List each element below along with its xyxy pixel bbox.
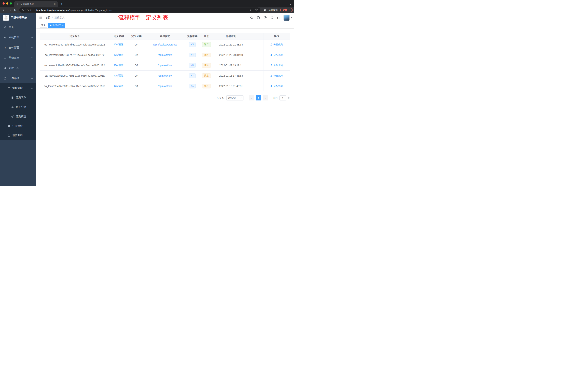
sidebar-item-workflow[interactable]: 工作流程 (0, 73, 36, 83)
chevron-up-icon (31, 77, 33, 79)
update-label: 更新 (283, 8, 287, 12)
cell-form: /bpm/oa/flow (145, 81, 185, 91)
tag-close-icon[interactable]: × (62, 24, 64, 26)
caret-down-icon: ▾ (291, 17, 292, 19)
sidebar-item-infra[interactable]: 基础设施 (0, 53, 36, 63)
breadcrumb-home[interactable]: 首页 (45, 16, 50, 19)
name-link[interactable]: OA 请假 (114, 64, 123, 67)
sidebar-item-payment[interactable]: ¥支付管理 (0, 43, 36, 53)
sidebar-item-process-form[interactable]: 流程表单 (0, 93, 36, 102)
task-icon (7, 125, 10, 127)
form-link[interactable]: /bpm/oa/flow (158, 74, 172, 77)
sidebar-logo-row[interactable]: 芋道管理系统 (0, 13, 36, 22)
next-page-button[interactable]: › (263, 95, 268, 100)
reload-button[interactable]: ↻ (12, 8, 18, 12)
cell-name: OA 请假 (110, 60, 128, 71)
prev-page-button[interactable]: ‹ (249, 95, 254, 100)
sidebar-item-process-manage[interactable]: 流程管理 (0, 83, 36, 93)
cell-filler (249, 40, 263, 50)
assign-rule-link[interactable]: 分配规则 (270, 64, 283, 67)
workflow-icon (4, 77, 7, 80)
assign-rule-link[interactable]: 分配规则 (270, 43, 283, 46)
pagination: 共 5 条 10条/页 ‹ 1 › 前往 页 (40, 95, 290, 100)
security-label[interactable]: 不安全 (25, 9, 32, 12)
chevron-up-icon (31, 87, 33, 89)
cell-id: oa_leave:2:3c1f0ef1-76b1-11ec-9c66-a2380… (40, 71, 110, 81)
sidebar-item-label: 工作流程 (9, 77, 19, 80)
sidebar-item-task-manage[interactable]: 任务管理 (0, 121, 36, 131)
cell-name: OA 请假 (110, 50, 128, 60)
tags-bar: 首页流程定义× (36, 22, 294, 28)
name-link[interactable]: OA 请假 (114, 85, 123, 87)
hamburger-icon[interactable] (36, 16, 45, 20)
assign-rule-link[interactable]: 分配规则 (270, 74, 283, 77)
chevron-down-icon (240, 97, 242, 99)
sidebar-item-devtools[interactable]: 研发工具 (0, 63, 36, 73)
minimize-window-button[interactable] (6, 2, 8, 5)
page-number-button[interactable]: 1 (256, 95, 261, 100)
sidebar-menu: 首页系统管理¥支付管理基础设施研发工具工作流程流程管理流程表单用户分组流程模型任… (0, 22, 36, 140)
tag-首页[interactable]: 首页 (40, 23, 47, 28)
sidebar-item-system[interactable]: 系统管理 (0, 33, 36, 43)
assign-rule-link[interactable]: 分配规则 (270, 85, 283, 88)
form-link[interactable]: /bpm/oa/flow (158, 85, 172, 88)
person-icon (7, 134, 10, 137)
font-size-icon[interactable]: тT (275, 16, 282, 19)
cell-version: v5 (185, 40, 200, 50)
url-text[interactable]: dashboard.yudao.iocoder.cn/bpm/manager/d… (36, 9, 112, 11)
version-badge: v2 (189, 73, 195, 78)
name-link[interactable]: OA 请假 (114, 74, 123, 77)
app-frame: 芋道管理系统 首页系统管理¥支付管理基础设施研发工具工作流程流程管理流程表单用户… (0, 13, 294, 186)
tab-close-icon[interactable]: × (53, 2, 56, 6)
breadcrumb: 首页 / 流程定义 (45, 16, 64, 19)
name-link[interactable]: OA 请假 (114, 53, 123, 56)
sidebar-item-label: 研发工具 (9, 66, 19, 70)
avatar[interactable] (284, 15, 290, 21)
assign-rule-label: 分配规则 (273, 85, 283, 88)
cell-action: 分配规则 (263, 71, 290, 81)
form-link[interactable]: /bpm/oa/flow (158, 64, 172, 67)
sidebar-item-leave-query[interactable]: 请假查询 (0, 131, 36, 140)
incognito-badge: 无痕模式 (263, 8, 278, 12)
page-size-select[interactable]: 10条/页 (226, 95, 243, 100)
sidebar-item-user-group[interactable]: 用户分组 (0, 102, 36, 112)
tab-search-chevron-icon[interactable] (289, 3, 292, 5)
fullscreen-icon[interactable] (269, 16, 275, 19)
sidebar-item-process-model[interactable]: 流程模型 (0, 112, 36, 121)
tag-流程定义[interactable]: 流程定义× (48, 23, 65, 28)
cell-version: v2 (185, 71, 200, 81)
column-header-label: 状态 (204, 34, 209, 37)
security-warning-icon[interactable] (21, 9, 24, 11)
form-link[interactable]: /bpm/oa/leave/create (153, 43, 177, 46)
jump-page-input[interactable] (279, 95, 286, 100)
browser-tab[interactable]: 芋道管理系统 × (14, 1, 58, 7)
zoom-window-button[interactable] (10, 2, 12, 5)
chevron-down-icon (31, 37, 33, 39)
url-path: /bpm/manager/definition?key=oa_leave (69, 9, 112, 11)
sidebar-item-home[interactable]: 首页 (0, 22, 36, 33)
name-link[interactable]: OA 请假 (114, 43, 123, 46)
jump-prefix-label: 前往 (273, 96, 278, 99)
back-button[interactable] (1, 8, 7, 12)
password-key-icon[interactable] (250, 9, 252, 11)
page-annotation-title: 流程模型 - 定义列表 (118, 14, 168, 22)
forward-button[interactable] (7, 8, 12, 12)
search-icon[interactable] (248, 16, 255, 19)
gear-icon (4, 36, 7, 39)
list-icon (7, 87, 10, 89)
browser-menu-update-button[interactable]: 更新 ⋮ (280, 8, 293, 12)
form-link[interactable]: /bpm/oa/flow (158, 54, 172, 56)
column-header-label: 部署时间 (226, 34, 236, 37)
user-menu[interactable]: ▾ (284, 15, 292, 21)
github-icon[interactable] (255, 16, 262, 19)
cell-category: OA (128, 81, 145, 91)
help-icon[interactable] (262, 16, 269, 19)
infra-icon (4, 57, 7, 59)
bookmark-star-icon[interactable] (255, 9, 258, 11)
new-tab-button[interactable]: + (59, 1, 64, 6)
version-badge: v3 (189, 63, 195, 68)
browser-menu-kebab-icon[interactable]: ⋮ (287, 9, 291, 11)
address-bar[interactable]: 不安全 dashboard.yudao.iocoder.cn/bpm/manag… (19, 8, 260, 12)
close-window-button[interactable] (2, 2, 5, 5)
assign-rule-link[interactable]: 分配规则 (270, 53, 283, 57)
